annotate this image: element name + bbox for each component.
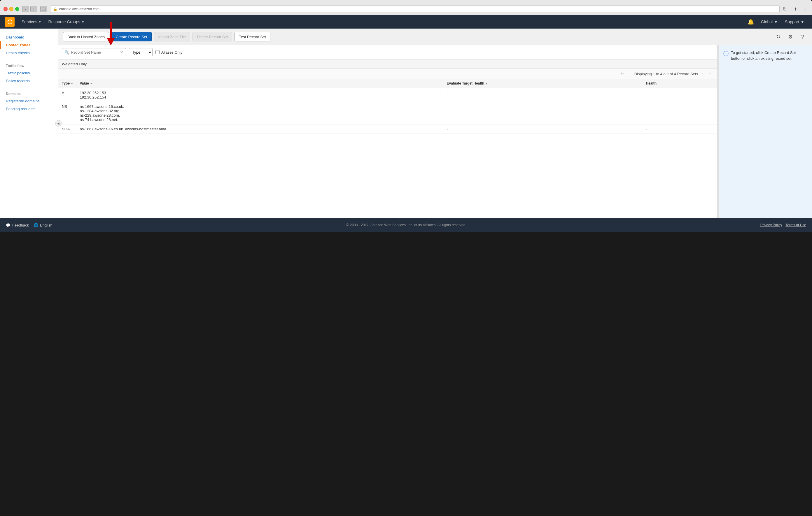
sidebar-item-registered-domains[interactable]: Registered domains	[0, 97, 58, 105]
search-box[interactable]: 🔍 ✕	[62, 48, 126, 56]
row-type: NS	[58, 102, 76, 124]
row-type: SOA	[58, 124, 76, 134]
prev-page-button[interactable]: ‹	[627, 70, 633, 77]
first-page-button[interactable]: ⊢	[619, 70, 626, 77]
table-row[interactable]: NS ns-1667.awsdns-16.co.uk. ns-1284.awsd…	[58, 102, 717, 124]
sidebar-item-dashboard[interactable]: Dashboard	[0, 33, 58, 41]
sidebar-main-section: Dashboard Hosted zones Health checks	[0, 33, 58, 57]
pagination-text: Displaying 1 to 4 out of 4 Record Sets	[634, 72, 698, 76]
filter-bar: 🔍 ✕ Type A AAAA CNAME MX NS SOA	[58, 45, 717, 59]
language-selector[interactable]: 🌐 English	[33, 223, 53, 227]
row-value: ns-1667.awsdns-16.co.uk. awsdns-hostmast…	[76, 124, 443, 134]
reload-button[interactable]: ↻	[783, 6, 787, 12]
global-menu[interactable]: Global ▼	[758, 15, 781, 29]
row-evaluate: -	[443, 124, 642, 134]
sidebar-collapse-button[interactable]: ◀	[55, 120, 62, 126]
type-select[interactable]: Type A AAAA CNAME MX NS SOA TXT	[129, 48, 152, 56]
type-sort-icon: ▾	[71, 82, 72, 85]
back-to-hosted-zones-button[interactable]: Back to Hosted Zones	[63, 32, 109, 41]
info-panel: ⓘ To get started, click Create Record Se…	[723, 50, 807, 61]
import-zone-file-button: Import Zone File	[154, 32, 191, 41]
globe-icon: 🌐	[33, 223, 38, 227]
left-panel: 🔍 ✕ Type A AAAA CNAME MX NS SOA	[58, 45, 717, 218]
clear-search-button[interactable]: ✕	[120, 50, 123, 55]
domains-label: Domains	[0, 90, 58, 97]
forward-nav-button[interactable]: ›	[30, 6, 37, 12]
copyright-text: © 2008 - 2017, Amazon Web Services, Inc.…	[347, 223, 466, 227]
table-row[interactable]: SOA ns-1667.awsdns-16.co.uk. awsdns-host…	[58, 124, 717, 134]
sidebar-traffic-section: Traffic flow Traffic policies Policy rec…	[0, 62, 58, 85]
settings-icon[interactable]: ⚙	[786, 32, 795, 41]
traffic-flow-label: Traffic flow	[0, 62, 58, 69]
pagination-bar: ⊢ ‹ Displaying 1 to 4 out of 4 Record Se…	[58, 69, 717, 79]
support-menu[interactable]: Support ▼	[782, 15, 807, 29]
sidebar-domains-section: Domains Registered domains Pending reque…	[0, 90, 58, 113]
sidebar-item-traffic-policies[interactable]: Traffic policies	[0, 69, 58, 77]
aws-logo: ⬡	[5, 17, 14, 27]
search-input[interactable]	[71, 50, 118, 55]
row-health: -	[642, 124, 717, 134]
help-icon[interactable]: ?	[798, 32, 807, 41]
next-page-button[interactable]: ›	[699, 70, 705, 77]
test-record-set-button[interactable]: Test Record Set	[234, 32, 270, 41]
feedback-button[interactable]: 💬 Feedback	[6, 223, 29, 227]
close-button[interactable]	[3, 7, 7, 11]
share-button[interactable]: ⬆	[792, 6, 799, 12]
search-icon: 🔍	[64, 50, 69, 55]
col-header-value[interactable]: Value ▾	[76, 79, 443, 88]
row-evaluate: -	[443, 88, 642, 102]
global-caret-icon: ▼	[774, 20, 778, 24]
resource-groups-menu[interactable]: Resource Groups ▼	[45, 15, 88, 29]
svg-rect-1	[43, 7, 43, 10]
sidebar-item-pending-requests[interactable]: Pending requests	[0, 105, 58, 113]
info-icon: ⓘ	[723, 50, 729, 57]
back-nav-button[interactable]: ‹	[22, 6, 29, 12]
row-health: -	[642, 102, 717, 124]
lock-icon: 🔒	[53, 7, 57, 11]
row-type: A	[58, 88, 76, 102]
bell-icon: 🔔	[748, 19, 754, 25]
row-value: ns-1667.awsdns-16.co.uk. ns-1284.awsdns-…	[76, 102, 443, 124]
weighted-only-label: Weighted Only	[58, 59, 717, 69]
row-value: 192.30.252.153192.30.252.154	[76, 88, 443, 102]
aliases-only-checkbox[interactable]	[155, 50, 160, 54]
delete-record-set-button: Delete Record Set	[193, 32, 232, 41]
col-header-evaluate[interactable]: Evaluate Target Health ▾	[443, 79, 642, 88]
col-header-health[interactable]: Health	[642, 79, 717, 88]
services-caret-icon: ▼	[38, 21, 41, 24]
create-record-set-button[interactable]: Create Record Set	[111, 32, 152, 41]
svg-rect-0	[42, 7, 46, 10]
resource-groups-caret-icon: ▼	[81, 21, 84, 24]
col-header-type[interactable]: Type ▾	[58, 79, 76, 88]
feedback-icon: 💬	[6, 223, 10, 227]
evaluate-sort-icon: ▾	[486, 82, 487, 85]
info-text: To get started, click Create Record Set …	[731, 50, 807, 61]
right-panel: ⓘ To get started, click Create Record Se…	[719, 45, 812, 218]
aliases-only-label: Aliases Only	[155, 50, 182, 55]
terms-of-use-link[interactable]: Terms of Use	[785, 223, 806, 227]
sidebar-item-hosted-zones[interactable]: Hosted zones	[0, 41, 58, 49]
last-page-button[interactable]: ⊣	[707, 70, 713, 77]
sidebar-item-health-checks[interactable]: Health checks	[0, 49, 58, 57]
record-table-container: Type ▾ Value ▾ Evaluate Target Health ▾	[58, 79, 717, 218]
row-evaluate: -	[443, 102, 642, 124]
url-text: console.aws.amazon.com	[59, 7, 99, 11]
privacy-policy-link[interactable]: Privacy Policy	[760, 223, 782, 227]
notifications-bell[interactable]: 🔔	[745, 15, 757, 29]
refresh-icon[interactable]: ↻	[774, 32, 783, 41]
record-table: Type ▾ Value ▾ Evaluate Target Health ▾	[58, 79, 717, 134]
tab-view-button[interactable]	[40, 6, 47, 12]
footer: 💬 Feedback 🌐 English © 2008 - 2017, Amaz…	[0, 218, 812, 232]
new-tab-button[interactable]: +	[802, 6, 809, 12]
maximize-button[interactable]	[15, 7, 19, 11]
sidebar-item-policy-records[interactable]: Policy records	[0, 77, 58, 85]
value-sort-icon: ▾	[90, 82, 92, 85]
row-health: -	[642, 88, 717, 102]
toolbar: Back to Hosted Zones Create Record Set I…	[58, 29, 812, 45]
minimize-button[interactable]	[9, 7, 13, 11]
address-bar[interactable]: 🔒 console.aws.amazon.com	[50, 5, 780, 13]
table-row[interactable]: A 192.30.252.153192.30.252.154 - -	[58, 88, 717, 102]
sidebar: Dashboard Hosted zones Health checks Tra…	[0, 29, 58, 218]
services-menu[interactable]: Services ▼	[18, 15, 45, 29]
support-caret-icon: ▼	[800, 20, 805, 24]
